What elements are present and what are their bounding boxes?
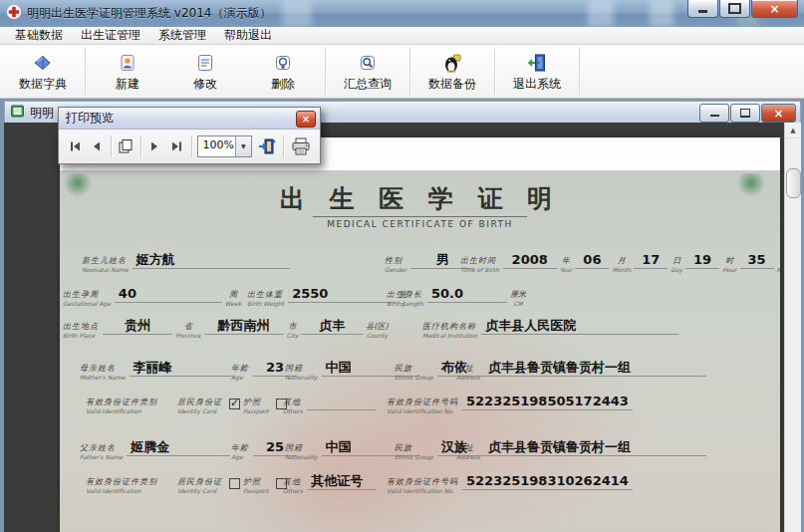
toolbar-button-label: 数据备份 (428, 76, 476, 93)
field-father-address: 住址Address 贞丰县鲁贡镇鲁贡村一组 (456, 443, 706, 460)
exit-door-icon (526, 52, 548, 74)
app-window: 明明出生医学证明管理系统 v2014（演示版） × 基础数据 出生证管理 系统管… (0, 0, 804, 532)
maximize-icon (728, 3, 741, 14)
preview-separator (191, 135, 192, 157)
preview-close-button[interactable]: × (296, 111, 316, 128)
menu-item-base-data[interactable]: 基础数据 (6, 27, 72, 44)
app-medical-cross-icon (6, 4, 22, 24)
preview-separator (111, 135, 112, 157)
toolbar-button-delete[interactable]: 删除 (244, 47, 322, 97)
scrollbar-thumb[interactable] (786, 168, 801, 198)
mother-other-id-value (307, 395, 377, 410)
first-page-button[interactable] (65, 134, 86, 158)
field-father-id-number: 有效身份证件号码Valid Identification No. 5223251… (387, 477, 633, 494)
restore-icon (740, 109, 750, 118)
preview-separator (140, 135, 141, 157)
preview-page: 出 生 医 学 证 明 MEDICAL CERTIFICATE OF BIRTH… (60, 137, 780, 532)
certificate-subtitle: MEDICAL CERTIFICATE OF BIRTH (60, 219, 780, 229)
field-father-passport: 护照Passport (243, 477, 287, 494)
window-title: 明明出生医学证明管理系统 v2014（演示版） (27, 5, 271, 22)
mother-address-value: 贞丰县鲁贡镇鲁贡村一组 (484, 361, 706, 377)
print-preview-toolbar: 100% ▼ (59, 130, 320, 162)
toolbar: 数据字典 新建 修改 删除 汇总查询 (0, 45, 804, 99)
printer-icon (290, 137, 312, 155)
vertical-scrollbar[interactable]: ▲ (784, 123, 801, 532)
zoom-combobox[interactable]: 100% ▼ (197, 135, 251, 157)
scroll-up-icon: ▲ (790, 127, 795, 134)
print-preview-titlebar: 打印预览 × (59, 108, 320, 130)
window-controls: × (687, 0, 798, 18)
field-mother-id-type: 有效身份证件类别Valid Identification (86, 398, 161, 414)
next-page-button[interactable] (144, 134, 165, 158)
maximize-button[interactable] (719, 0, 750, 18)
data-dictionary-book-icon (32, 52, 54, 74)
toolbar-button-exit-system[interactable]: 退出系统 (498, 47, 576, 97)
field-birth-length: 出生身长Birth Length 50.0 厘米CM (387, 290, 529, 307)
titlebar: 明明出生医学证明管理系统 v2014（演示版） × (0, 0, 804, 27)
toolbar-separator (494, 49, 495, 95)
toolbar-button-label: 删除 (271, 76, 295, 93)
mother-identity-card-checkbox: ✓ (229, 399, 240, 409)
city-value: 黔西南州 (204, 319, 284, 335)
prev-page-button[interactable] (87, 134, 108, 158)
field-medical-institution: 医疗机构名称Medical Institution 贞丰县人民医院 (422, 322, 678, 339)
menu-item-birth-cert-mgmt[interactable]: 出生证管理 (72, 27, 149, 44)
minimize-button[interactable] (687, 0, 718, 18)
child-minimize-button[interactable] (699, 104, 729, 123)
scroll-up-button[interactable]: ▲ (785, 123, 801, 138)
print-preview-title: 打印预览 (66, 110, 114, 127)
close-icon: × (773, 107, 783, 121)
pages-button[interactable] (116, 134, 136, 158)
new-record-icon (117, 52, 138, 74)
aero-glass-ghost (588, 0, 614, 27)
field-father-identity-card: 居民身份证Identity Card (177, 477, 240, 494)
last-page-icon (170, 140, 183, 152)
neonatal-name-value: 姬方航 (133, 253, 290, 269)
birth-weight-value: 2550 (288, 287, 396, 303)
field-mother-address: 住址Address 贞丰县鲁贡镇鲁贡村一组 (456, 364, 706, 381)
mother-name-value: 李丽峰 (130, 361, 233, 377)
father-other-id-value: 其他证号 (307, 474, 377, 490)
field-birth-weight: 出生体重Birth Weight 2550 克g (247, 290, 409, 307)
print-preview-dialog: 打印预览 × (58, 107, 321, 164)
toolbar-button-new[interactable]: 新建 (89, 47, 166, 97)
minimize-icon (698, 10, 707, 13)
child-restore-button[interactable] (730, 104, 760, 123)
county-value: 贞丰 (301, 319, 363, 335)
first-page-icon (69, 140, 82, 152)
toolbar-separator (409, 49, 410, 95)
exit-preview-button[interactable] (255, 134, 279, 158)
father-name-value: 姬腾金 (127, 440, 230, 456)
aero-glass-ghost (282, 0, 312, 27)
toolbar-separator (325, 49, 326, 95)
toolbar-button-data-backup[interactable]: 数据备份 (413, 47, 491, 97)
toolbar-button-summary-query[interactable]: 汇总查询 (329, 47, 406, 97)
close-button[interactable]: × (751, 0, 798, 18)
field-mother-name: 母亲姓名Mother's Name 李丽峰 (80, 364, 233, 381)
menu-item-help-exit[interactable]: 帮助退出 (215, 27, 281, 44)
toolbar-button-data-dictionary[interactable]: 数据字典 (4, 47, 82, 97)
child-window-title: 明明 (30, 105, 54, 122)
toolbar-button-modify[interactable]: 修改 (166, 47, 244, 97)
prev-page-icon (91, 140, 102, 152)
field-father-name: 父亲姓名Father's Name 姬腾金 (80, 443, 230, 460)
field-gestational-age: 出生孕周Gestational Age 40 周Week (63, 290, 244, 307)
birth-length-value: 50.0 (427, 287, 507, 303)
print-preview-canvas: 出 生 医 学 证 明 MEDICAL CERTIFICATE OF BIRTH… (4, 123, 801, 532)
birth-certificate-scan: 出 生 医 学 证 明 MEDICAL CERTIFICATE OF BIRTH… (60, 170, 780, 532)
medical-institution-value: 贞丰县人民医院 (481, 319, 678, 335)
menu-item-system-mgmt[interactable]: 系统管理 (149, 27, 215, 44)
minimize-icon (710, 115, 719, 117)
delete-record-icon (272, 52, 294, 74)
birth-month-value: 06 (575, 253, 609, 269)
child-close-button[interactable]: × (761, 104, 796, 123)
field-mother-passport: 护照Passport (243, 398, 287, 414)
last-page-button[interactable] (166, 134, 187, 158)
child-notebook-icon (10, 104, 25, 123)
toolbar-button-label: 退出系统 (513, 76, 561, 93)
print-button[interactable] (288, 134, 314, 158)
preview-separator (283, 135, 284, 157)
backup-penguin-icon (441, 52, 463, 74)
close-icon: × (769, 2, 779, 16)
zoom-value: 100% (198, 136, 234, 156)
